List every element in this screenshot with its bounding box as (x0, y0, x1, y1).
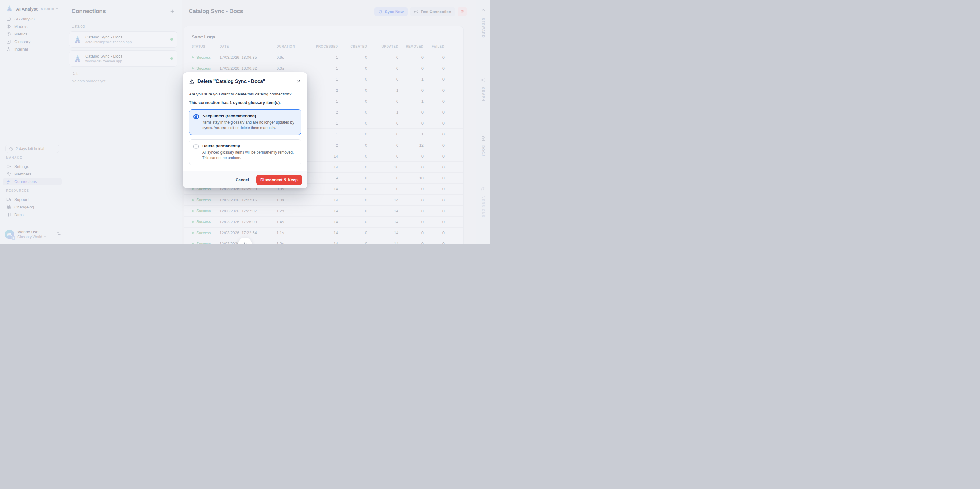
modal-title: Delete "Catalog Sync - Docs" (197, 78, 265, 84)
option-label: Delete permanently (202, 144, 297, 148)
radio-unselected-icon[interactable] (194, 144, 199, 149)
option-label: Keep items (recommended) (202, 114, 297, 118)
option-delete-permanently[interactable]: Delete permanently All synced glossary i… (189, 140, 301, 165)
modal-question: Are you sure you want to delete this cat… (189, 92, 301, 96)
option-keep-items[interactable]: Keep items (recommended) Items stay in t… (189, 110, 301, 135)
warning-icon (189, 78, 195, 84)
app-window: AI Analyst STUDIO AI Analysts Models M (0, 0, 490, 244)
cancel-button[interactable]: Cancel (234, 177, 251, 183)
disconnect-keep-button[interactable]: Disconnect & Keep (256, 175, 302, 185)
radio-selected-icon[interactable] (194, 114, 199, 119)
option-description: All synced glossary items will be perman… (202, 150, 297, 161)
close-icon[interactable] (295, 78, 302, 84)
mountain-logo-icon (241, 241, 249, 244)
delete-connection-modal: Delete "Catalog Sync - Docs" Are you sur… (183, 72, 307, 188)
modal-info: This connection has 1 synced glossary it… (189, 100, 301, 105)
option-description: Items stay in the glossary and are no lo… (202, 120, 297, 131)
